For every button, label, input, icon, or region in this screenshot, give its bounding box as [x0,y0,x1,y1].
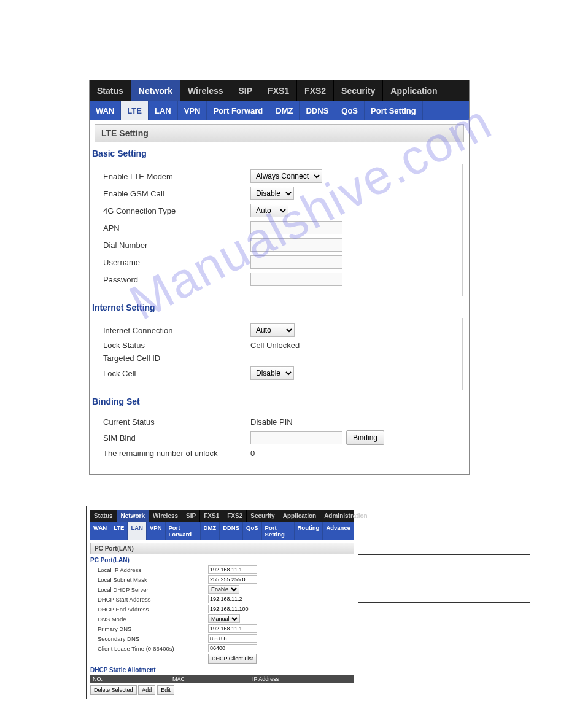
apn-input[interactable] [250,221,342,234]
lock-cell-select[interactable]: Disable [250,366,294,380]
tab-application[interactable]: Application [382,80,444,101]
tab2-administration[interactable]: Administration [320,510,371,522]
delete-selected-button[interactable]: Delete Selected [90,685,137,695]
empty-cell [444,651,530,699]
col-no: NO. [90,675,170,683]
subtab-ddns[interactable]: DDNS [300,101,335,120]
dhcp-end-input[interactable] [208,605,257,613]
section-pcport-title: PC Port(LAN) [90,557,354,563]
lease-label: Client Lease Time (0-86400s) [98,645,208,652]
static-table-header: NO. MAC IP Address [90,675,354,683]
user-label: Username [103,258,250,267]
add-button[interactable]: Add [138,685,155,695]
empty-cell [358,554,444,603]
tab2-security[interactable]: Security [246,510,278,522]
conn-type-label: 4G Connection Type [103,206,250,215]
top-nav-2: Status Network Wireless SIP FXS1 FXS2 Se… [90,510,354,522]
subtab2-wan[interactable]: WAN [90,522,110,540]
subtab2-dmz[interactable]: DMZ [201,522,220,540]
dhcp-server-select[interactable]: Enable [208,585,239,594]
targeted-label: Targeted Cell ID [103,354,250,363]
empty-cell [444,554,530,603]
section-binding-title: Binding Set [92,397,463,408]
local-ip-input[interactable] [208,565,257,574]
current-status-label: Current Status [103,417,250,427]
tab-network[interactable]: Network [131,80,180,101]
subtab2-qos[interactable]: QoS [243,522,262,540]
subtab-lan[interactable]: LAN [149,101,178,120]
tab-status[interactable]: Status [90,80,131,101]
subtab2-lte[interactable]: LTE [110,522,128,540]
tab-fxs1[interactable]: FXS1 [260,80,296,101]
lte-settings-panel: Status Network Wireless SIP FXS1 FXS2 Se… [89,80,470,475]
section-basic-title: Basic Setting [92,149,463,160]
tab2-status[interactable]: Status [90,510,117,522]
tab2-fxs2[interactable]: FXS2 [223,510,246,522]
dial-input[interactable] [250,238,342,252]
subtab-vpn[interactable]: VPN [178,101,207,120]
subtab-port-forward[interactable]: Port Forward [207,101,269,120]
enable-lte-label: Enable LTE Modem [103,172,250,181]
dns-mode-select[interactable]: Manual [208,614,240,623]
sim-bind-label: SIM Bind [103,433,250,443]
subnet-label: Local Subnet Mask [98,576,208,583]
subtab-wan[interactable]: WAN [90,101,121,120]
lock-cell-label: Lock Cell [103,369,250,378]
lock-status-label: Lock Status [103,341,250,350]
subtab2-port-setting[interactable]: Port Setting [262,522,295,540]
subtab2-advance[interactable]: Advance [323,522,354,540]
subtab2-ddns[interactable]: DDNS [220,522,243,540]
conn-type-select[interactable]: Auto [250,204,288,217]
subnet-input[interactable] [208,575,257,584]
tab2-application[interactable]: Application [279,510,320,522]
col-mac: MAC [170,675,250,683]
subtab2-routing[interactable]: Routing [295,522,323,540]
empty-cell [444,603,530,651]
apn-label: APN [103,223,250,233]
dhcp-start-input[interactable] [208,595,257,603]
enable-lte-select[interactable]: Always Connect [250,169,322,183]
secondary-dns-input[interactable] [208,634,257,643]
dhcp-server-label: Local DHCP Server [98,586,208,593]
sub-nav-2: WAN LTE LAN VPN Port Forward DMZ DDNS Qo… [90,522,354,540]
subtab-dmz[interactable]: DMZ [269,101,300,120]
pass-input[interactable] [250,273,342,286]
subtab-lte[interactable]: LTE [121,101,149,120]
remaining-label: The remaining number of unlock [103,449,250,458]
lease-input[interactable] [208,644,257,652]
dhcp-start-label: DHCP Start Address [98,596,208,603]
dns-mode-label: DNS Mode [98,616,208,622]
internet-conn-select[interactable]: Auto [250,323,295,337]
tab-sip[interactable]: SIP [231,80,260,101]
tab-wireless[interactable]: Wireless [180,80,230,101]
enable-gsm-select[interactable]: Disable [250,187,294,200]
sim-bind-input[interactable] [250,431,342,444]
binding-button[interactable]: Binding [346,430,384,445]
enable-gsm-label: Enable GSM Call [103,189,250,198]
user-input[interactable] [250,255,342,269]
subtab2-vpn[interactable]: VPN [147,522,166,540]
tab2-wireless[interactable]: Wireless [149,510,182,522]
primary-dns-input[interactable] [208,624,257,633]
local-ip-label: Local IP Address [98,567,208,573]
subtab2-port-forward[interactable]: Port Forward [166,522,201,540]
subtab2-lan[interactable]: LAN [128,522,147,540]
tab-fxs2[interactable]: FXS2 [296,80,333,101]
tab2-network[interactable]: Network [117,510,149,522]
subtab-port-setting[interactable]: Port Setting [365,101,423,120]
tab2-sip[interactable]: SIP [182,510,199,522]
lan-settings-panel: Status Network Wireless SIP FXS1 FXS2 Se… [90,510,354,695]
empty-cell [444,506,530,555]
empty-cell [358,603,444,651]
tab-security[interactable]: Security [333,80,382,101]
section-internet-title: Internet Setting [92,303,463,314]
tab2-fxs1[interactable]: FXS1 [199,510,223,522]
dhcp-client-list-button[interactable]: DHCP Client List [208,654,257,664]
remaining-value: 0 [250,449,255,458]
dhcp-static-title: DHCP Static Allotment [90,667,354,673]
page-title: LTE Setting [95,124,464,142]
current-status-value: Disable PIN [250,417,293,427]
subtab-qos[interactable]: QoS [335,101,365,120]
edit-button[interactable]: Edit [157,685,174,695]
pass-label: Password [103,275,250,284]
